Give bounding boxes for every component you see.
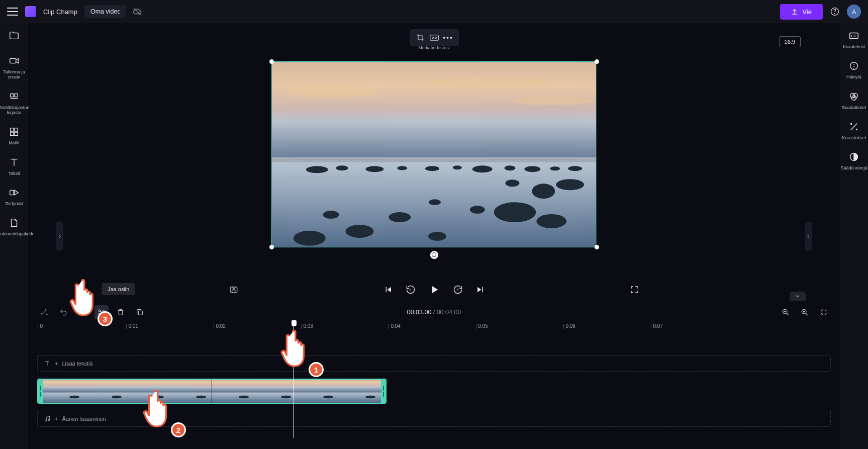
svg-point-18: [336, 165, 348, 170]
split-tooltip: Jaa osiin: [102, 283, 135, 295]
fit-button[interactable]: [429, 32, 440, 43]
svg-rect-11: [430, 35, 438, 41]
svg-rect-15: [272, 157, 597, 162]
svg-line-53: [787, 313, 789, 315]
svg-point-38: [293, 230, 325, 245]
svg-point-2: [835, 14, 835, 14]
app-logo-icon: [25, 6, 36, 17]
svg-point-48: [47, 314, 48, 315]
svg-point-79: [323, 396, 333, 399]
rightbar-fade[interactable]: Häivytä: [840, 60, 868, 79]
clip-toolbar: •••: [410, 29, 459, 46]
fade-icon: [848, 60, 859, 71]
app-name: Clip Champ: [43, 8, 77, 16]
text-track-placeholder[interactable]: + Lisää tekstiä: [37, 355, 831, 372]
svg-point-30: [505, 179, 519, 187]
avatar[interactable]: A: [847, 5, 861, 19]
rightbar-effects[interactable]: Korostukset: [840, 121, 868, 140]
brand-icon: [9, 217, 20, 228]
sidebar-transitions[interactable]: Siirtymät: [0, 187, 28, 206]
svg-point-34: [429, 199, 441, 205]
svg-point-70: [196, 396, 206, 399]
svg-point-21: [425, 166, 439, 171]
resize-handle-br[interactable]: [595, 245, 599, 249]
svg-rect-80: [339, 380, 381, 392]
export-button[interactable]: Vie: [780, 4, 823, 20]
duplicate-button[interactable]: [133, 305, 147, 319]
svg-point-92: [851, 124, 852, 125]
help-icon[interactable]: [830, 7, 840, 17]
video-clip[interactable]: [37, 379, 387, 404]
forward-button[interactable]: 5: [453, 285, 463, 295]
rightbar-colors[interactable]: Säädä värejä: [840, 151, 868, 170]
clip-trim-left[interactable]: [38, 380, 43, 403]
sidebar-library[interactable]: Sisältökirjaston kirjasto: [0, 91, 28, 116]
svg-rect-14: [272, 62, 597, 164]
filters-icon: [848, 91, 859, 102]
project-title-input[interactable]: [84, 5, 126, 18]
svg-point-64: [112, 396, 122, 399]
svg-rect-10: [10, 190, 14, 195]
left-sidebar: Tallenna ja create Sisältökirjaston kirj…: [0, 23, 28, 449]
clip-trim-right[interactable]: [381, 380, 385, 403]
resize-handle-tr[interactable]: [595, 59, 599, 64]
svg-point-36: [345, 224, 373, 237]
svg-rect-7: [15, 128, 18, 131]
rewind-button[interactable]: 5: [406, 285, 416, 295]
more-options-button[interactable]: •••: [443, 32, 454, 43]
delete-button[interactable]: [114, 305, 128, 319]
svg-point-33: [469, 206, 485, 214]
svg-point-67: [154, 396, 164, 399]
svg-rect-5: [15, 94, 18, 97]
svg-point-84: [48, 419, 50, 421]
rotate-handle[interactable]: [430, 251, 438, 259]
svg-rect-65: [127, 380, 169, 392]
sidebar-brand[interactable]: Tuotemerkkipaketti: [0, 217, 28, 236]
plus-icon: +: [55, 416, 58, 422]
sidebar-record[interactable]: Tallenna ja create: [0, 55, 28, 80]
rightbar-filters[interactable]: Suodattimet: [840, 91, 868, 110]
undo-button[interactable]: [56, 305, 70, 319]
fullscreen-button[interactable]: [630, 285, 639, 294]
audio-track-placeholder[interactable]: + Äänen lisääminen: [37, 411, 831, 427]
timeline[interactable]: | 0 ˙ | 0:01 ˙ | 0:02 ˙ | 0:03 ˙ | 0:04 …: [28, 323, 840, 449]
cc-icon: CC: [848, 30, 859, 41]
timeline-ruler[interactable]: | 0 ˙ | 0:01 ˙ | 0:02 ˙ | 0:03 ˙ | 0:04 …: [37, 323, 831, 335]
play-button[interactable]: [429, 284, 440, 295]
svg-rect-74: [254, 380, 297, 392]
sidebar-templates[interactable]: Mallit: [0, 126, 28, 145]
zoom-fit-button[interactable]: [817, 305, 831, 319]
magic-button[interactable]: [37, 305, 51, 319]
clip-thumbnails: [43, 380, 381, 403]
remove-from-canvas-button[interactable]: [229, 285, 238, 294]
svg-text:5: 5: [409, 288, 411, 292]
zoom-out-button[interactable]: [779, 305, 793, 319]
playhead[interactable]: [294, 323, 294, 438]
preview-canvas[interactable]: [271, 61, 597, 247]
redo-button[interactable]: [75, 305, 89, 319]
sidebar-text[interactable]: Teksti: [0, 157, 28, 176]
split-button[interactable]: [94, 305, 109, 319]
svg-text:5: 5: [456, 288, 458, 292]
svg-text:CC: CC: [851, 34, 856, 38]
resize-handle-tl[interactable]: [269, 59, 274, 64]
collapse-timeline-button[interactable]: [790, 292, 806, 301]
resize-handle-bl[interactable]: [269, 245, 274, 249]
cloud-sync-off-icon: [133, 7, 142, 16]
svg-point-22: [452, 165, 461, 169]
sidebar-media[interactable]: [0, 30, 28, 44]
svg-point-42: [512, 97, 592, 105]
svg-rect-51: [138, 311, 142, 315]
skip-end-button[interactable]: [476, 285, 485, 294]
audio-track-label: Äänen lisääminen: [62, 416, 106, 422]
svg-point-31: [494, 202, 536, 222]
zoom-in-button[interactable]: [798, 305, 812, 319]
svg-rect-59: [43, 380, 85, 392]
hamburger-menu[interactable]: [7, 8, 18, 16]
svg-rect-8: [11, 132, 14, 135]
skip-start-button[interactable]: [383, 285, 393, 294]
music-icon: [44, 415, 51, 422]
crop-button[interactable]: [415, 32, 426, 43]
svg-point-12: [432, 37, 433, 39]
rightbar-captions[interactable]: CCKuvatekstit: [840, 30, 868, 49]
